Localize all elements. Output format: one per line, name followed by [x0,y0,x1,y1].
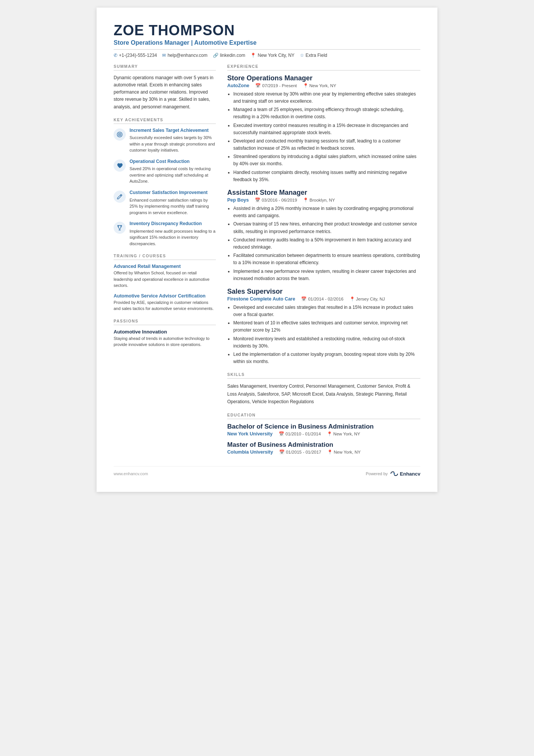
edu-meta-1: New York University 📅 01/2010 - 01/2014 … [227,431,420,437]
job-bullets-1: Increased store revenue by 30% within on… [227,91,420,183]
brand-name: Enhancv [400,471,420,477]
job-title-3: Sales Supervisor [227,288,420,296]
experience-label: EXPERIENCE [227,64,420,70]
bullet: Implemented a new performance review sys… [233,268,420,282]
achievement-title: Increment Sales Target Achievement [130,128,216,134]
contact-email: ✉ help@enhancv.com [162,53,207,58]
contact-linkedin: 🔗 linkedin.com [213,53,245,58]
right-column: EXPERIENCE Store Operations Manager Auto… [227,64,420,455]
edu-dates-2: 📅 01/2015 - 01/2017 [279,449,321,455]
location-1: 📍 New York, NY [303,83,336,88]
pin-icon-1: 📍 [303,83,308,88]
achievement-icon-target [114,128,126,141]
powered-by-text: Powered by [366,471,388,476]
achievements-label: KEY ACHIEVEMENTS [114,117,216,124]
training-title: Advanced Retail Management [114,264,216,269]
training-desc: Provided by ASE, specializing in custome… [114,299,216,312]
bullet: Monitored inventory levels and establish… [233,335,420,350]
achievement-desc: Successfully exceeded sales targets by 3… [130,135,216,153]
location-2: 📍 Brooklyn, NY [303,197,335,203]
achievement-item: Customer Satisfaction Improvement Enhanc… [114,190,216,216]
bullet: Facilitated communication between depart… [233,252,420,266]
pin-icon-3: 📍 [350,296,355,302]
summary-text: Dynamic operations manager with over 5 y… [114,74,216,111]
job-title-2: Assistant Store Manager [227,189,420,197]
passion-title: Automotive Innovation [114,329,216,335]
star-icon: ☆ [300,53,304,58]
bullet: Increased store revenue by 30% within on… [233,91,420,105]
cal-icon-edu2: 📅 [279,449,284,455]
skills-text: Sales Management, Inventory Control, Per… [227,382,420,405]
bullet: Executed inventory control measures resu… [233,122,420,136]
bullet: Handled customer complaints directly, re… [233,169,420,183]
link-icon: 🔗 [213,53,219,58]
calendar-icon-2: 📅 [255,197,260,203]
footer-brand: Powered by Enhancv [366,471,420,477]
achievement-desc: Enhanced customer satisfaction ratings b… [130,197,216,216]
achievement-item: Inventory Discrepancy Reduction Implemen… [114,221,216,247]
company-3: Firestone Complete Auto Care [227,296,295,302]
job-meta-3: Firestone Complete Auto Care 📅 01/2014 -… [227,296,420,302]
achievement-title: Operational Cost Reduction [130,159,216,165]
achievement-icon-trophy [114,222,126,234]
dates-1: 📅 07/2019 - Present [255,83,297,88]
header: ZOE THOMPSON Store Operations Manager | … [114,23,420,58]
pin-icon-edu1: 📍 [327,431,332,437]
passion-desc: Staying ahead of trends in automotive te… [114,335,216,348]
location-3: 📍 Jersey City, NJ [350,296,385,302]
training-desc: Offered by Wharton School, focused on re… [114,270,216,289]
school-1: New York University [227,431,273,437]
achievement-icon-pencil [114,191,126,203]
bullet: Conducted inventory audits leading to a … [233,236,420,251]
skills-label: SKILLS [227,372,420,379]
job-meta-1: AutoZone 📅 07/2019 - Present 📍 New York,… [227,83,420,88]
footer: www.enhancv.com Powered by Enhancv [114,466,420,477]
degree-2: Master of Business Administration [227,441,420,449]
contact-extra: ☆ Extra Field [300,53,327,58]
contact-bar: ✆ +1-(234)-555-1234 ✉ help@enhancv.com 🔗… [114,49,420,58]
enhancv-logo: Enhancv [390,471,420,477]
calendar-icon-3: 📅 [301,296,306,302]
school-2: Columbia University [227,449,273,455]
logo-icon [390,471,398,476]
job-bullets-2: Assisted in driving a 20% monthly increa… [227,205,420,282]
main-layout: SUMMARY Dynamic operations manager with … [114,64,420,455]
edu-loc-2: 📍 New York, NY [327,449,361,455]
edu-dates-1: 📅 01/2010 - 01/2014 [279,431,321,437]
bullet: Streamlined operations by introducing a … [233,153,420,167]
svg-point-2 [119,134,120,135]
achievement-content: Customer Satisfaction Improvement Enhanc… [130,190,216,216]
pin-icon-edu2: 📍 [327,449,333,455]
company-1: AutoZone [227,83,249,88]
achievement-content: Increment Sales Target Achievement Succe… [130,128,216,153]
training-item: Automotive Service Advisor Certification… [114,293,216,312]
achievement-title: Customer Satisfaction Improvement [130,190,216,196]
achievement-content: Operational Cost Reduction Saved 20% in … [130,159,216,185]
contact-location: 📍 New York City, NY [250,53,294,58]
training-title: Automotive Service Advisor Certification [114,293,216,299]
passion-item: Automotive Innovation Staying ahead of t… [114,329,216,348]
job-title-1: Store Operations Manager [227,74,420,82]
contact-phone: ✆ +1-(234)-555-1234 [114,53,157,58]
resume-page: ZOE THOMPSON Store Operations Manager | … [97,8,437,492]
email-icon: ✉ [162,53,166,58]
bullet: Managed a team of 25 employees, improvin… [233,106,420,121]
candidate-name: ZOE THOMPSON [114,23,420,39]
achievement-content: Inventory Discrepancy Reduction Implemen… [130,221,216,247]
education-label: EDUCATION [227,413,420,419]
left-column: SUMMARY Dynamic operations manager with … [114,64,216,455]
job-meta-2: Pep Boys 📅 03/2016 - 06/2019 📍 Brooklyn,… [227,197,420,203]
bullet: Oversaw training of 15 new hires, enhanc… [233,221,420,235]
job-bullets-3: Developed and executed sales strategies … [227,304,420,366]
bullet: Developed and conducted monthly training… [233,138,420,152]
achievement-icon-heart [114,160,126,172]
calendar-icon-1: 📅 [255,83,261,88]
bullet: Led the implementation of a customer loy… [233,351,420,365]
bullet: Developed and executed sales strategies … [233,304,420,318]
achievement-desc: Implemented new audit processes leading … [130,228,216,247]
dates-3: 📅 01/2014 - 02/2016 [301,296,343,302]
achievement-desc: Saved 20% in operational costs by reduci… [130,166,216,185]
edu-loc-1: 📍 New York, NY [327,431,360,437]
achievement-item: Operational Cost Reduction Saved 20% in … [114,159,216,185]
achievement-item: Increment Sales Target Achievement Succe… [114,128,216,153]
